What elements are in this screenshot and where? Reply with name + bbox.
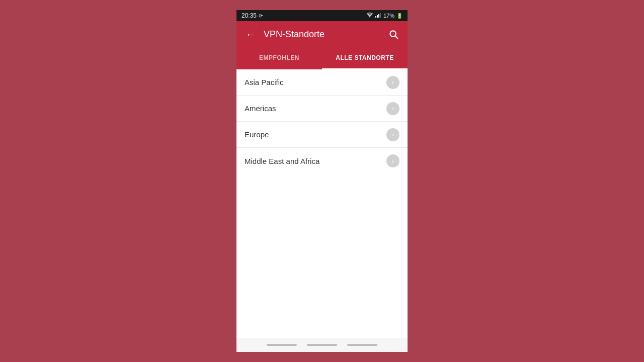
chevron-icon: › (386, 76, 399, 89)
svg-point-0 (369, 17, 370, 18)
region-list: Asia Pacific › Americas › Europe › Middl… (236, 69, 408, 338)
bottom-nav (236, 338, 408, 352)
status-bar: 20:35 ⟳ 17% 🔋 (236, 10, 408, 21)
chevron-icon: › (386, 128, 399, 141)
list-item[interactable]: Middle East and Africa › (236, 148, 408, 174)
app-bar: ← VPN-Standorte (236, 21, 408, 47)
status-time: 20:35 ⟳ (242, 12, 263, 19)
svg-rect-4 (380, 13, 381, 18)
list-item[interactable]: Americas › (236, 96, 408, 122)
tab-empfohlen[interactable]: EMPFOHLEN (236, 47, 322, 69)
phone-screen: 20:35 ⟳ 17% 🔋 (236, 10, 408, 352)
nav-pill (347, 344, 377, 346)
wifi-icon (366, 13, 373, 19)
nav-pill (307, 344, 337, 346)
chevron-icon: › (386, 154, 399, 167)
battery-icon: 🔋 (396, 13, 403, 19)
search-button[interactable] (385, 26, 401, 42)
tab-bar: EMPFOHLEN ALLE STANDORTE (236, 47, 408, 69)
svg-rect-3 (378, 14, 379, 18)
svg-rect-1 (375, 16, 376, 18)
signal-icon (375, 12, 381, 19)
list-item[interactable]: Europe › (236, 122, 408, 148)
chevron-icon: › (386, 102, 399, 115)
svg-line-6 (395, 36, 398, 39)
battery-text: 17% (383, 13, 394, 19)
status-indicators: 17% 🔋 (366, 12, 403, 19)
list-item[interactable]: Asia Pacific › (236, 69, 408, 96)
app-title: VPN-Standorte (264, 29, 380, 40)
sync-icon: ⟳ (259, 13, 263, 19)
back-button[interactable]: ← (243, 26, 259, 42)
svg-rect-2 (377, 15, 378, 18)
nav-pill (267, 344, 297, 346)
tab-alle-standorte[interactable]: ALLE STANDORTE (322, 47, 408, 69)
clock: 20:35 (242, 12, 257, 19)
